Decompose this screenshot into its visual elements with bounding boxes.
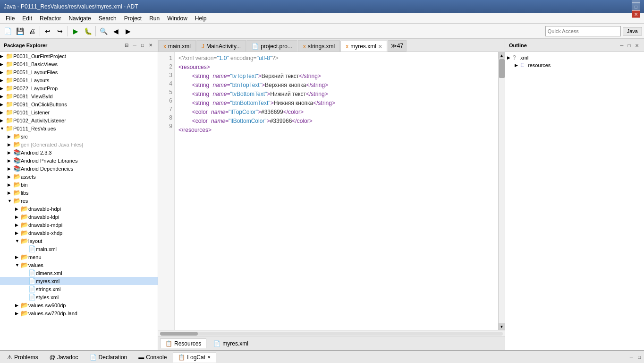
tree-expand-arrow[interactable]: ▶: [8, 134, 13, 139]
print-button[interactable]: 🖨: [26, 26, 38, 37]
tree-item[interactable]: 📄myres.xml: [0, 277, 158, 285]
search-button[interactable]: 🔍: [98, 26, 109, 37]
menu-project[interactable]: Project: [120, 14, 145, 23]
tree-expand-arrow[interactable]: ▶: [15, 231, 21, 235]
pe-close-button[interactable]: ✕: [147, 42, 154, 48]
tree-item[interactable]: 📄styles.xml: [0, 293, 158, 301]
tree-expand-arrow[interactable]: ▶: [0, 54, 6, 59]
outline-maximize-button[interactable]: □: [627, 43, 632, 49]
tab-close-button[interactable]: ✕: [378, 44, 382, 49]
tree-expand-arrow[interactable]: ▶: [15, 255, 21, 259]
menu-edit[interactable]: Edit: [18, 14, 36, 23]
tree-expand-arrow[interactable]: ▶: [8, 158, 13, 163]
outline-item-xml[interactable]: ▶ ? xml: [507, 54, 642, 61]
save-button[interactable]: 💾: [14, 26, 25, 37]
bottom-maximize-button[interactable]: □: [636, 354, 642, 360]
scroll-up-button[interactable]: ▲: [499, 52, 505, 59]
tree-item[interactable]: ▶📂gen [Generated Java Files]: [0, 140, 158, 148]
menu-file[interactable]: File: [2, 14, 18, 23]
editor-hscroll[interactable]: [158, 330, 505, 337]
menu-help[interactable]: Help: [191, 14, 211, 23]
tree-item[interactable]: ▶📂assets: [0, 173, 158, 181]
close-button[interactable]: ✕: [632, 10, 640, 18]
tree-item[interactable]: 📄main.xml: [0, 245, 158, 253]
outline-close-button[interactable]: ✕: [634, 43, 640, 49]
run-button[interactable]: ▶: [70, 26, 81, 37]
tree-item[interactable]: ▶📁P0101_Listener: [0, 108, 158, 116]
menu-search[interactable]: Search: [95, 14, 120, 23]
tree-item[interactable]: ▶📂libs: [0, 189, 158, 197]
tree-item[interactable]: ▼📂values: [0, 261, 158, 269]
pe-minimize-button[interactable]: ─: [132, 42, 138, 48]
tree-expand-arrow[interactable]: ▶: [8, 174, 13, 179]
tree-expand-arrow[interactable]: ▶: [15, 303, 21, 308]
tree-item[interactable]: ▼📂layout: [0, 237, 158, 245]
tree-item[interactable]: ▶📚Android Private Libraries: [0, 156, 158, 164]
tree-expand-arrow[interactable]: ▶: [8, 142, 13, 147]
menu-run[interactable]: Run: [145, 14, 163, 23]
tree-item[interactable]: ▶📂values-sw720dp-land: [0, 309, 158, 317]
debug-button[interactable]: 🐛: [82, 26, 93, 37]
tree-item[interactable]: ▶📚Android Dependencies: [0, 164, 158, 173]
tree-expand-arrow[interactable]: ▶: [0, 78, 6, 83]
tree-expand-arrow[interactable]: ▶: [15, 207, 21, 211]
tree-expand-arrow[interactable]: ▶: [0, 62, 6, 67]
myres-xml-tab[interactable]: 📄 myres.xml: [208, 338, 254, 349]
pe-maximize-button[interactable]: □: [140, 42, 145, 48]
tree-item[interactable]: ▶📁P0091_OnClickButtons: [0, 100, 158, 108]
expand-arrow[interactable]: ▶: [515, 63, 520, 68]
resources-tab[interactable]: 📋 Resources: [160, 338, 206, 348]
tree-item[interactable]: ▶📁P0072_LayoutProp: [0, 84, 158, 92]
tab-myres-xml[interactable]: x myres.xml ✕: [340, 41, 387, 52]
code-editor[interactable]: <?xml version="1.0" encoding="utf-8"?> <…: [175, 52, 498, 330]
bottom-minimize-button[interactable]: ─: [628, 354, 635, 360]
scroll-down-button[interactable]: ▼: [499, 323, 505, 330]
back-button[interactable]: ◀: [110, 26, 121, 37]
pe-collapse-button[interactable]: ⊟: [123, 42, 130, 48]
tree-item[interactable]: ▶📁P0061_Layouts: [0, 76, 158, 84]
menu-refactor[interactable]: Refactor: [36, 14, 65, 23]
tree-item[interactable]: ▶📚Android 2.3.3: [0, 148, 158, 156]
tree-expand-arrow[interactable]: ▶: [0, 110, 6, 115]
tree-expand-arrow[interactable]: ▶: [0, 102, 6, 107]
java-perspective-button[interactable]: Java: [623, 27, 642, 35]
tree-expand-arrow[interactable]: ▶: [8, 150, 13, 155]
tree-item[interactable]: ▶📂drawable-hdpi: [0, 205, 158, 213]
tree-item[interactable]: ▶📂menu: [0, 253, 158, 261]
hscroll-thumb[interactable]: [160, 332, 198, 336]
tree-item[interactable]: 📄dimens.xml: [0, 269, 158, 277]
quick-access-input[interactable]: [545, 26, 621, 36]
tree-item[interactable]: ▶📂drawable-ldpi: [0, 213, 158, 221]
outline-minimize-button[interactable]: ─: [619, 43, 625, 49]
declaration-tab[interactable]: 📄 Declaration: [85, 352, 133, 363]
tree-expand-arrow[interactable]: ▼: [15, 239, 21, 243]
tree-item[interactable]: ▶📁P0081_ViewById: [0, 92, 158, 100]
new-button[interactable]: 📄: [2, 26, 13, 37]
tree-expand-arrow[interactable]: ▶: [15, 311, 21, 316]
logcat-tab[interactable]: 📋 LogCat ✕: [173, 352, 216, 363]
redo-button[interactable]: ↪: [54, 26, 66, 37]
problems-tab[interactable]: ⚠ Problems: [2, 352, 43, 363]
tree-expand-arrow[interactable]: ▶: [0, 94, 6, 99]
tree-expand-arrow[interactable]: ▼: [8, 199, 13, 203]
scroll-thumb[interactable]: [499, 59, 505, 78]
tree-expand-arrow[interactable]: ▶: [0, 86, 6, 91]
tree-expand-arrow[interactable]: ▼: [0, 126, 6, 131]
tab-project-pro[interactable]: 📄 project.pro...: [246, 40, 297, 52]
expand-arrow[interactable]: ▶: [507, 55, 513, 60]
tree-item[interactable]: ▶📂src: [0, 132, 158, 140]
console-tab[interactable]: ▬ Console: [133, 352, 172, 363]
tree-expand-arrow[interactable]: ▶: [8, 190, 13, 195]
maximize-button[interactable]: □: [632, 3, 640, 10]
menu-navigate[interactable]: Navigate: [65, 14, 94, 23]
tree-expand-arrow[interactable]: ▶: [8, 166, 13, 171]
undo-button[interactable]: ↩: [42, 26, 53, 37]
tree-expand-arrow[interactable]: ▶: [15, 223, 21, 227]
tree-expand-arrow[interactable]: ▶: [0, 118, 6, 123]
tab-overflow-button[interactable]: ≫47: [388, 40, 407, 52]
logcat-close-button[interactable]: ✕: [207, 355, 211, 360]
tree-item[interactable]: ▼📁P0111_ResValues: [0, 124, 158, 132]
forward-button[interactable]: ▶: [122, 26, 134, 37]
outline-item-resources[interactable]: ▶ E resources: [507, 61, 642, 69]
tree-item[interactable]: ▶📁P0031_OurFirstProject: [0, 52, 158, 60]
